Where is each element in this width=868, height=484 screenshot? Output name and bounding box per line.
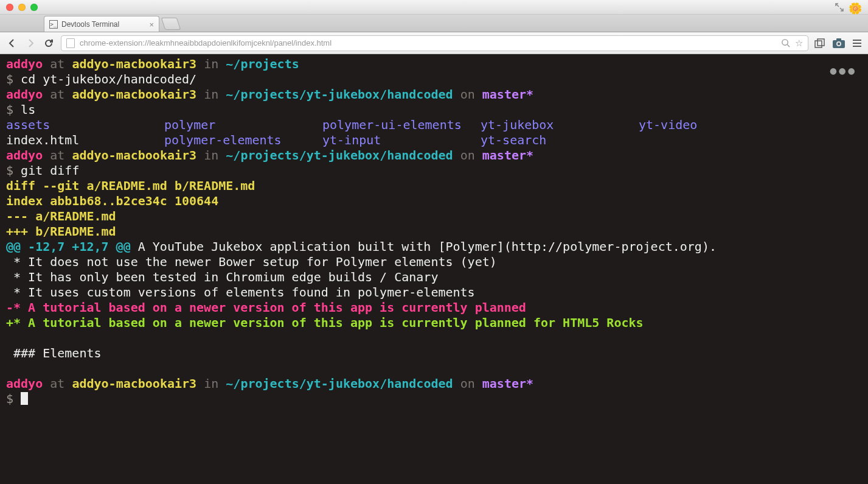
prompt-line: addyo at addyo-macbookair3 in ~/projects (6, 57, 862, 72)
expand-icon[interactable] (835, 3, 844, 12)
command-line-active[interactable]: $ (6, 391, 862, 407)
command-line: $ cd yt-jukebox/handcoded/ (6, 72, 862, 87)
page-icon (66, 38, 75, 48)
browser-tab[interactable]: >_ Devtools Terminal × (44, 16, 159, 32)
diff-added: +* A tutorial based on a newer version o… (6, 315, 862, 331)
bookmark-star-icon[interactable]: ☆ (795, 38, 803, 49)
minimize-window-button[interactable] (18, 4, 26, 11)
diff-context: * It uses custom versions of elements fo… (6, 285, 862, 300)
flower-icon: 🌼 (849, 2, 862, 15)
svg-point-5 (838, 42, 840, 44)
traffic-lights (6, 4, 38, 11)
tab-overlap-icon[interactable] (814, 38, 825, 48)
diff-blank (6, 361, 862, 376)
tab-close-icon[interactable]: × (149, 20, 154, 29)
svg-rect-1 (815, 41, 822, 47)
url-text: chrome-extension://leakmhneaibbdapdoienl… (80, 38, 332, 47)
close-window-button[interactable] (6, 4, 13, 11)
ls-output: assets polymer polymer-ui-elements yt-ju… (6, 117, 862, 148)
diff-hunk: @@ -12,7 +12,7 @@ A YouTube Jukebox appl… (6, 239, 862, 254)
prompt-line: addyo at addyo-macbookair3 in ~/projects… (6, 148, 862, 163)
reload-button[interactable] (43, 37, 55, 49)
command-line: $ ls (6, 102, 862, 117)
diff-header: --- a/README.md (6, 209, 862, 224)
diff-removed: -* A tutorial based on a newer version o… (6, 300, 862, 315)
back-button[interactable] (6, 37, 18, 49)
new-tab-button[interactable] (161, 18, 181, 30)
diff-header: +++ b/README.md (6, 224, 862, 239)
forward-button[interactable] (24, 37, 36, 49)
overflow-ellipsis-icon[interactable]: ●●● (830, 63, 857, 78)
command-line: $ git diff (6, 163, 862, 178)
window-titlebar: 🌼 (0, 0, 868, 15)
svg-rect-6 (836, 38, 841, 41)
menu-icon[interactable] (852, 39, 862, 47)
address-bar[interactable]: chrome-extension://leakmhneaibbdapdoienl… (61, 35, 808, 51)
tab-title: Devtools Terminal (61, 20, 119, 29)
svg-rect-2 (818, 39, 824, 46)
diff-context: * It has only been tested in Chromium ed… (6, 270, 862, 285)
tab-strip: >_ Devtools Terminal × (0, 15, 868, 32)
camera-icon[interactable] (833, 38, 845, 48)
diff-context: * It does not use the newer Bower setup … (6, 254, 862, 270)
diff-blank (6, 331, 862, 346)
diff-header: index abb1b68..b2ce34c 100644 (6, 194, 862, 209)
terminal-viewport[interactable]: ●●● addyo at addyo-macbookair3 in ~/proj… (0, 54, 868, 484)
diff-context: ### Elements (6, 346, 862, 361)
prompt-line: addyo at addyo-macbookair3 in ~/projects… (6, 87, 862, 102)
cursor (21, 392, 28, 405)
prompt-line: addyo at addyo-macbookair3 in ~/projects… (6, 376, 862, 391)
svg-point-0 (782, 40, 788, 45)
search-icon[interactable] (781, 38, 790, 47)
zoom-window-button[interactable] (30, 4, 38, 11)
diff-header: diff --git a/README.md b/README.md (6, 178, 862, 194)
browser-toolbar: chrome-extension://leakmhneaibbdapdoienl… (0, 32, 868, 54)
tab-favicon-terminal-icon: >_ (49, 20, 58, 29)
